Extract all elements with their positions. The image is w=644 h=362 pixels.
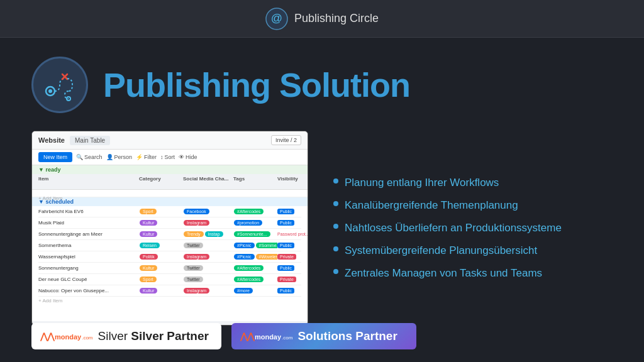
bottom-badges: ⋀⋀ monday .com Silver Silver Partner ⋀⋀ … [31,323,416,349]
table-row: Der neue GLC Coupé Sport Twitter #Afterc… [38,274,301,285]
bullet-text: Systemübergreifende Planungsübersicht [345,244,537,258]
main-content: Publishing Solution Website Main Table I… [0,38,644,362]
col-social: Social Media Cha... [183,176,233,187]
col-visibility: Visibility [277,176,308,187]
bullet-item-5: Zentrales Managen von Tasks und Teams [333,266,613,280]
bullet-text: Kanalübergreifende Themenplanung [345,199,518,212]
mockup-sort: ↕ Sort [160,154,175,160]
solutions-partner-badge: ⋀⋀ monday .com Solutions Partner [231,323,416,349]
mockup-hide: 👁 Hide [179,154,197,160]
page-title: Publishing Solution [103,65,410,104]
table-row: Sonnenuntergänge am Meer Kultur TrendyIn… [38,229,301,240]
bullet-dot [333,178,338,184]
bullet-item-1: Planung entlang Ihrer Workflows [333,176,613,190]
bullet-dot [333,224,338,229]
header: @ Publishing Circle [0,0,644,38]
bullet-dot [333,201,338,206]
bullet-dot [333,269,338,274]
bullet-list: Planung entlang Ihrer Workflows Kanalübe… [327,131,613,326]
route-icon [31,57,88,113]
mockup-filter: ⚡ Filter [136,154,157,160]
col-tags: Tags [233,176,277,187]
table-row: Sommerthema Reisen Twitter #Picnic#Somme… [38,240,301,251]
mockup-new-btn: New Item [38,152,72,162]
svg-point-3 [48,89,52,93]
mockup-header: Website Main Table Invite / 2 [32,131,308,150]
mockup-person: 👤 Person [106,154,133,160]
mockup-website-label: Website [38,136,65,144]
silver-partner-text: Silver Silver Partner [98,329,209,343]
table-row: Fahrbericht Kia EV6 Sport Facebook #Afte… [38,206,301,217]
table-row: Musik Plaid Kultur Instagram #promotion … [38,217,301,229]
bullet-item-4: Systemübergreifende Planungsübersicht [333,244,613,258]
bullet-text: Planung entlang Ihrer Workflows [345,176,499,190]
mockup-table-header: Item Category Social Media Cha... Tags V… [32,174,308,190]
mockup-toolbar: New Item 🔍 Search 👤 Person ⚡ Filter ↕ So… [32,150,308,165]
mockup-invite-btn: Invite / 2 [271,135,301,145]
mockup-controls: Invite / 2 [271,135,301,145]
silver-partner-label: Silver Partner [131,329,209,343]
top-section: Publishing Solution [31,57,613,113]
col-category: Category [139,176,183,187]
solutions-partner-label: Solutions Partner [297,329,397,343]
mockup-section-scheduled: ▼ scheduled [32,197,308,206]
bullet-dot [333,246,338,251]
header-logo: @ [265,8,288,30]
bullet-text: Nahtloses Überliefern an Produktionssyst… [345,221,562,235]
table-row: Nabucco: Oper von Giuseppe... Kultur Ins… [38,285,301,297]
bullet-text: Zentrales Managen von Tasks und Teams [345,266,542,280]
header-title: Publishing Circle [294,12,379,25]
table-row: Wassernapfspiel Politik Instagram #Picni… [38,251,301,263]
mockup-rows: Fahrbericht Kia EV6 Sport Facebook #Afte… [32,206,308,297]
content-area: Website Main Table Invite / 2 New Item 🔍… [31,131,613,326]
screenshot-mockup: Website Main Table Invite / 2 New Item 🔍… [31,131,308,326]
bullet-item-3: Nahtloses Überliefern an Produktionssyst… [333,221,613,235]
bullet-item-2: Kanalübergreifende Themenplanung [333,199,613,212]
col-item: Item [38,176,139,187]
mockup-search: 🔍 Search [76,154,103,160]
mockup-section-ready: ▼ ready [32,165,308,174]
mockup-body: ▼ ready Item Category Social Media Cha..… [32,165,308,321]
solutions-partner-text: Solutions Partner [297,329,397,343]
mockup-main-table: Main Table [70,136,110,145]
silver-partner-badge: ⋀⋀ monday .com Silver Silver Partner [31,323,221,349]
svg-text:@: @ [271,12,282,25]
table-row: Sonnenuntergang Kultur Twitter #Aftercod… [38,263,301,274]
